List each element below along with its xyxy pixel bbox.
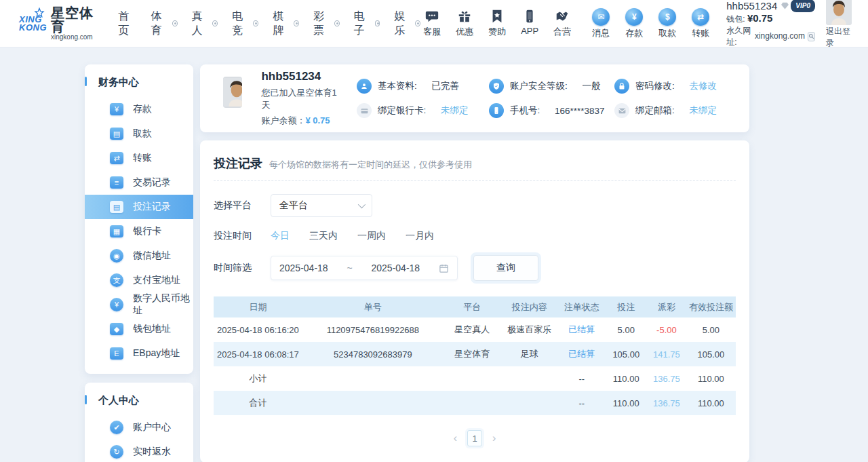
platform-filter-label: 选择平台 [214,199,256,212]
sidebar-item-ebpay-address[interactable]: E EBpay地址 [85,341,193,366]
logout-button[interactable]: 退出登录 [826,26,852,49]
brand-logo[interactable]: XING KONG 星空体育 xingkong.com [19,6,99,41]
nav-item-live[interactable]: 真人 [192,9,218,38]
dropdown-circle-icon [415,20,420,26]
partnership-button[interactable]: 合营 [551,9,574,38]
logo-en-bottom: KONG [19,24,47,32]
sidebar-item-transfer[interactable]: ⇄ 转账 [85,146,193,170]
logo-en-text: XING KONG [19,16,47,32]
transaction-records-icon: ≡ [110,176,123,189]
personal-center-title: 个人中心 [85,383,193,415]
wallet-balance: 钱包: ¥0.75 [726,12,815,25]
sidebar-item-deposit[interactable]: ¥ 存款 [85,97,193,121]
main-nav: 首页 体育 真人 电竞 棋牌 彩票 电子 娱乐 [118,9,420,38]
promotions-button[interactable]: 优惠 [453,9,476,38]
security-level-field: 账户安全等级: 一般 [489,79,614,94]
deposit-icon: ¥ [110,103,123,115]
nav-item-chess[interactable]: 棋牌 [273,9,299,38]
time-option-3days[interactable]: 三天内 [309,230,338,242]
customer-service-button[interactable]: 客服 [420,9,443,38]
logo-cn: 星空体育 [51,6,99,33]
gem-icon [781,1,789,10]
date-to-value[interactable]: 2025-04-18 [372,263,420,273]
sidebar-item-realtime-rebate[interactable]: ↻ 实时返水 [85,440,193,462]
permanent-url: 永久网址: xingkong.com [726,25,815,48]
sidebar-item-account-center[interactable]: ✔ 账户中心 [85,415,193,440]
table-row: 2025-04-18 06:08:17 5234783092683979 星空体… [214,342,736,366]
sidebar-item-alipay-address[interactable]: 支 支付宝地址 [85,268,193,292]
logo-domain: xingkong.com [51,33,99,41]
ribbon-star-icon [490,9,505,24]
betting-records-card: 投注记录 每个场馆的数据将有一定时间的延迟，仅供参考使用 选择平台 全平台 投注… [200,140,749,462]
next-page-button[interactable]: › [492,432,496,444]
sidebar-item-bank-card[interactable]: ▦ 银行卡 [85,219,193,244]
sidebar-item-wechat-address[interactable]: ◉ 微信地址 [85,244,193,268]
time-option-month[interactable]: 一月内 [406,230,434,242]
time-option-today[interactable]: 今日 [271,230,290,242]
search-button[interactable]: 查询 [473,255,538,281]
sidebar-item-betting-records[interactable]: ▤ 投注记录 [85,195,193,219]
chevron-down-icon [358,201,366,208]
finance-center-title: 财务中心 [85,64,193,97]
withdraw-icon: ▤ [110,128,123,140]
magnifier-icon[interactable] [808,32,815,41]
phone-number-field: 手机号: 166****3837 [489,103,614,118]
platform-select[interactable]: 全平台 [271,194,372,217]
prev-page-button[interactable]: ‹ [454,432,457,444]
nav-item-entertainment[interactable]: 娱乐 [394,9,420,38]
nav-item-home[interactable]: 首页 [118,9,137,38]
lock-icon [614,79,629,94]
quick-actions: 客服 优惠 赞助 APP [420,9,574,38]
nav-item-esports[interactable]: 电竞 [232,9,258,38]
status-badge: 已结算 [558,317,605,342]
nav-item-slots[interactable]: 电子 [354,9,380,38]
date-range-input[interactable]: 2025-04-18 ~ 2025-04-18 [271,256,458,280]
calendar-icon [439,263,449,273]
profile-joined-text: 您已加入星空体育1天 [261,87,343,111]
handshake-icon [555,9,570,24]
phone-icon [489,103,504,118]
star-icon [34,7,45,18]
transfer-button[interactable]: ⇄ 转账 [688,8,713,39]
password-change-link[interactable]: 去修改 [690,80,717,92]
deposit-button[interactable]: ¥ 存款 [622,8,646,39]
date-range-filter-label: 时间筛选 [214,262,256,274]
bank-card-icon [357,103,372,118]
nav-item-sports[interactable]: 体育 [151,9,178,38]
top-header: XING KONG 星空体育 xingkong.com 首页 体育 真人 电竞 … [0,0,868,47]
col-valid-bet-amount: 有效投注额 [686,296,736,317]
user-avatar[interactable] [826,0,852,25]
time-option-week[interactable]: 一周内 [357,230,386,242]
basic-info-field: 基本资料: 已完善 [357,79,489,94]
col-order-number: 单号 [302,296,443,317]
withdraw-button[interactable]: $ 取款 [655,8,679,39]
withdraw-icon: $ [658,8,676,26]
person-icon [357,79,372,94]
dropdown-circle-icon [334,20,340,26]
page-subtitle: 每个场馆的数据将有一定时间的延迟，仅供参考使用 [269,159,472,171]
subtotal-row: 小计 -- 110.00 136.75 110.00 [214,366,736,391]
sponsorship-button[interactable]: 赞助 [486,9,509,38]
dropdown-circle-icon [294,20,299,26]
app-download-button[interactable]: APP [518,9,541,38]
bind-bank-card-link[interactable]: 未绑定 [441,104,469,117]
dropdown-circle-icon [375,20,380,26]
date-from-value[interactable]: 2025-04-18 [279,263,328,273]
bind-email-link[interactable]: 未绑定 [690,104,717,117]
wallet-icon: ◆ [110,323,123,335]
gift-icon [457,9,472,24]
sidebar-item-transaction-records[interactable]: ≡ 交易记录 [85,170,193,195]
sidebar: 财务中心 ¥ 存款 ▤ 取款 ⇄ 转账 ≡ 交易记录 ▤ 投注记录 ▦ [85,64,193,462]
nav-item-lottery[interactable]: 彩票 [313,9,340,38]
profile-balance: 账户余额：¥ 0.75 [261,115,343,127]
col-payout: 派彩 [647,296,686,317]
col-order-status: 注单状态 [558,296,605,317]
dropdown-circle-icon [212,20,218,26]
sidebar-item-wallet-address[interactable]: ◆ 钱包地址 [85,317,193,341]
sidebar-item-digital-rmb-address[interactable]: ¥ 数字人民币地址 [85,292,193,317]
page-number-button[interactable]: 1 [467,430,482,446]
col-bet-content: 投注内容 [500,296,558,317]
sidebar-item-withdraw[interactable]: ▤ 取款 [85,121,193,146]
profile-avatar [223,77,242,108]
messages-button[interactable]: ✉ 消息 [589,8,613,39]
